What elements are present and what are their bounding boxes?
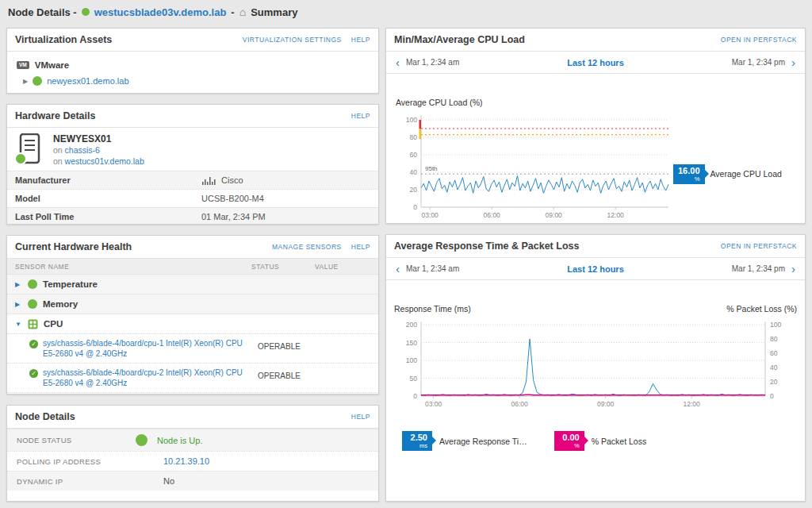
manage-sensors-link[interactable]: MANAGE SENSORS bbox=[272, 243, 342, 251]
svg-text:20: 20 bbox=[410, 186, 418, 194]
node-name-link[interactable]: westucsblade03v.demo.lab bbox=[94, 6, 227, 18]
svg-text:80: 80 bbox=[770, 335, 778, 343]
sensor-row-cpu1: ✓ sys/chassis-6/blade-4/board/cpu-1 Inte… bbox=[7, 334, 378, 364]
response-plot-svg: 05010015020002040608010003:0006:0009:001… bbox=[394, 317, 795, 418]
polling-ip-link[interactable]: 10.21.39.10 bbox=[163, 456, 209, 466]
range-selector[interactable]: Last 12 hours bbox=[464, 58, 726, 67]
legend-value-badge: 0.00 % bbox=[554, 431, 584, 451]
range-selector[interactable]: Last 12 hours bbox=[464, 264, 726, 274]
expand-arrow-icon[interactable]: ▶ bbox=[23, 78, 28, 85]
panel-links: HELP bbox=[351, 112, 370, 120]
response-time-legend: 2.50 ms Average Response Ti… bbox=[402, 431, 527, 451]
panel-response-time: Average Response Time & Packet Loss OPEN… bbox=[385, 234, 806, 502]
next-arrow-icon[interactable]: › bbox=[790, 56, 797, 68]
svg-text:06:00: 06:00 bbox=[484, 211, 501, 219]
range-end: Mar 1, 2:34 pm bbox=[732, 264, 785, 273]
sensor-group-label: Memory bbox=[43, 299, 78, 309]
sensor-status: OPERABLE bbox=[258, 338, 321, 351]
column-value: VALUE bbox=[315, 263, 370, 270]
memory-status-icon bbox=[28, 299, 37, 309]
row-label: Manufacturer bbox=[15, 175, 201, 185]
range-start: Mar 1, 2:34 am bbox=[406, 58, 459, 67]
panel-header: Virtualization Assets VIRTUALIZATION SET… bbox=[7, 29, 378, 52]
svg-text:40: 40 bbox=[410, 168, 418, 176]
panel-links: VIRTUALIZATION SETTINGS HELP bbox=[243, 36, 370, 44]
help-link[interactable]: HELP bbox=[351, 36, 370, 44]
left-column: Virtualization Assets VIRTUALIZATION SET… bbox=[6, 28, 379, 502]
panel-header: Node Details HELP bbox=[7, 406, 378, 429]
panel-links: OPEN IN PERFSTACK bbox=[721, 36, 797, 44]
separator: - bbox=[231, 6, 234, 18]
expand-arrow-icon[interactable]: ▶ bbox=[15, 301, 22, 308]
next-arrow-icon[interactable]: › bbox=[790, 263, 797, 275]
help-link[interactable]: HELP bbox=[351, 112, 370, 120]
hardware-status-icon bbox=[14, 152, 27, 165]
svg-text:03:00: 03:00 bbox=[425, 400, 442, 408]
prev-arrow-icon[interactable]: ‹ bbox=[394, 56, 401, 68]
expand-arrow-icon[interactable]: ▶ bbox=[15, 281, 22, 288]
packet-loss-legend: 0.00 % % Packet Loss bbox=[554, 431, 646, 451]
cpu-load-legend: 16.00 % Average CPU Load bbox=[673, 126, 782, 221]
row-label: NODE STATUS bbox=[17, 436, 136, 444]
svg-text:100: 100 bbox=[406, 356, 417, 364]
legend-unit: ms bbox=[419, 442, 427, 449]
svg-text:20: 20 bbox=[770, 378, 778, 386]
range-end: Mar 1, 2:34 pm bbox=[732, 58, 785, 67]
sensor-group-cpu[interactable]: ▼ CPU bbox=[7, 314, 378, 334]
open-in-perfstack-link[interactable]: OPEN IN PERFSTACK bbox=[721, 36, 797, 44]
prev-arrow-icon[interactable]: ‹ bbox=[394, 263, 401, 275]
response-time-title: Average Response Time & Packet Loss bbox=[394, 241, 579, 252]
breadcrumb: Node Details - westucsblade03v.demo.lab … bbox=[0, 0, 812, 24]
svg-text:40: 40 bbox=[770, 364, 778, 371]
svg-text:200: 200 bbox=[406, 321, 417, 329]
panel-links: HELP bbox=[351, 413, 370, 421]
panel-links: MANAGE SENSORS HELP bbox=[272, 243, 370, 251]
legend-label: % Packet Loss bbox=[592, 437, 646, 446]
sensor-link[interactable]: sys/chassis-6/blade-4/board/cpu-1 Intel(… bbox=[43, 338, 258, 359]
sensor-group-temperature[interactable]: ▶ Temperature bbox=[7, 275, 378, 294]
axis-labels: Response Time (ms) % Packet Loss (%) bbox=[394, 304, 797, 314]
svg-text:09:00: 09:00 bbox=[546, 211, 563, 219]
sensor-group-memory[interactable]: ▶ Memory bbox=[7, 294, 378, 314]
manufacturer-value: Cisco bbox=[221, 175, 243, 185]
home-icon: ⌂ bbox=[239, 6, 246, 17]
help-link[interactable]: HELP bbox=[351, 413, 370, 421]
cpu-chart-area: Average CPU Load (%) 02040608010095th03:… bbox=[386, 74, 805, 224]
hardware-host: on westucs01v.demo.lab bbox=[53, 156, 144, 167]
vm-host-row[interactable]: ▶ newyesx01.demo.lab bbox=[17, 73, 369, 89]
vm-host-link[interactable]: newyesx01.demo.lab bbox=[47, 76, 128, 86]
svg-text:09:00: 09:00 bbox=[597, 400, 615, 408]
virtualization-settings-link[interactable]: VIRTUALIZATION SETTINGS bbox=[243, 36, 342, 44]
parent-host-link[interactable]: westucs01v.demo.lab bbox=[65, 156, 144, 166]
column-sensor-name: SENSOR NAME bbox=[15, 263, 251, 270]
legend-value: 0.00 bbox=[562, 433, 579, 442]
panel-header: Average Response Time & Packet Loss OPEN… bbox=[386, 235, 805, 258]
sensor-table-header: SENSOR NAME STATUS VALUE bbox=[7, 259, 378, 275]
panel-header: Current Hardware Health MANAGE SENSORS H… bbox=[7, 236, 378, 259]
table-row: Manufacturer Cisco bbox=[7, 171, 378, 189]
panel-node-details: Node Details HELP NODE STATUS Node is Up… bbox=[6, 405, 379, 502]
cisco-icon bbox=[201, 176, 217, 185]
collapse-arrow-icon[interactable]: ▼ bbox=[15, 321, 22, 328]
sensor-group-label: Temperature bbox=[43, 279, 98, 289]
open-in-perfstack-link[interactable]: OPEN IN PERFSTACK bbox=[721, 242, 797, 250]
svg-text:12:00: 12:00 bbox=[607, 211, 625, 219]
panel-hardware-details: Hardware Details HELP NEWYESX01 bbox=[6, 104, 379, 225]
cpu-chip-icon bbox=[28, 319, 38, 329]
view-name: Summary bbox=[251, 6, 297, 18]
row-value: Cisco bbox=[201, 175, 243, 185]
vendor-label: VMware bbox=[35, 60, 69, 70]
dynamic-ip-row: DYNAMIC IP No bbox=[7, 471, 378, 491]
table-row: Model UCSB-B200-M4 bbox=[7, 189, 378, 207]
row-label: POLLING IP ADDRESS bbox=[17, 457, 163, 466]
response-chart-area: Response Time (ms) % Packet Loss (%) 050… bbox=[386, 280, 805, 457]
ok-check-icon: ✓ bbox=[29, 369, 38, 378]
range-start: Mar 1, 2:34 am bbox=[406, 264, 459, 273]
sensor-link[interactable]: sys/chassis-6/blade-4/board/cpu-2 Intel(… bbox=[43, 368, 258, 388]
help-link[interactable]: HELP bbox=[351, 243, 370, 251]
svg-text:0: 0 bbox=[413, 203, 417, 211]
node-status-text: Node is Up. bbox=[157, 436, 202, 445]
panel-virtualization-assets: Virtualization Assets VIRTUALIZATION SET… bbox=[6, 28, 379, 94]
chassis-link[interactable]: chassis-6 bbox=[65, 145, 100, 155]
row-label: DYNAMIC IP bbox=[17, 477, 163, 486]
